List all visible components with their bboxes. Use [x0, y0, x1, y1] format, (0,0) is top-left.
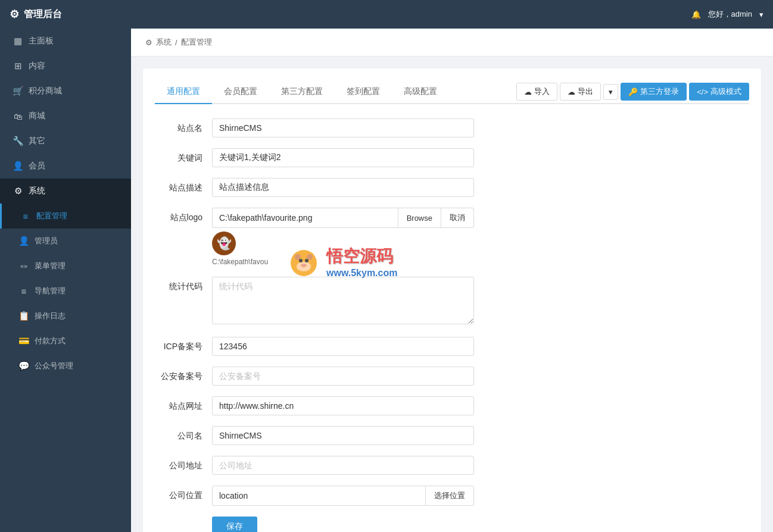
breadcrumb-icon: ⚙: [145, 38, 152, 47]
export-icon: ☁: [568, 87, 575, 96]
points-icon: 🛒: [12, 86, 24, 96]
breadcrumb-sep: /: [175, 38, 177, 47]
sidebar-item-content[interactable]: ⊞ 内容: [0, 54, 131, 79]
company-location-label: 公司位置: [155, 486, 202, 501]
header-right: 🔔 您好，admin ▾: [691, 9, 763, 20]
sidebar-item-member[interactable]: 👤 会员: [0, 154, 131, 179]
sidebar-item-label: 积分商城: [29, 86, 62, 96]
location-input[interactable]: [212, 486, 426, 506]
system-icon: ⚙: [12, 186, 24, 196]
icp-row: ICP备案号: [155, 337, 749, 356]
company-addr-label: 公司地址: [155, 456, 202, 471]
sidebar-item-label: 主面板: [29, 36, 54, 46]
content-area: 通用配置 会员配置 第三方配置 签到配置 高级配置 ☁ 导入 ☁ 导出: [131, 57, 773, 532]
sidebar-item-admin-mgmt[interactable]: 👤 管理员: [0, 229, 131, 254]
stats-label: 统计代码: [155, 277, 202, 292]
description-row: 站点描述: [155, 178, 749, 197]
sidebar: ▦ 主面板 ⊞ 内容 🛒 积分商城 🛍 商城 🔧 其它 👤 会员 ⚙ 系统: [0, 29, 131, 532]
header-left: ⚙ 管理后台: [10, 8, 62, 21]
sidebar-item-other[interactable]: 🔧 其它: [0, 129, 131, 154]
sidebar-item-label: 付款方式: [35, 336, 66, 346]
icp-label: ICP备案号: [155, 337, 202, 352]
sidebar-item-shop[interactable]: 🛍 商城: [0, 104, 131, 129]
stats-row: 统计代码: [155, 277, 749, 326]
bell-icon[interactable]: 🔔: [691, 10, 701, 19]
cancel-button[interactable]: 取消: [441, 208, 474, 228]
logo-file-input[interactable]: [212, 208, 398, 228]
site-name-row: 站点名: [155, 118, 749, 137]
logo-wrap: Browse 取消 👻 C:\fakepath\favou: [212, 208, 474, 266]
sidebar-item-dashboard[interactable]: ▦ 主面板: [0, 29, 131, 54]
company-location-row: 公司位置 选择位置: [155, 486, 749, 506]
save-button[interactable]: 保存: [212, 517, 257, 532]
sidebar-item-label: 公众号管理: [35, 361, 73, 371]
gear-icon: ⚙: [10, 8, 19, 21]
sidebar-item-nav-mgmt[interactable]: ≡ 导航管理: [0, 278, 131, 303]
config-icon: ≡: [20, 211, 32, 221]
advanced-mode-button[interactable]: </> 高级模式: [689, 83, 749, 101]
tabs: 通用配置 会员配置 第三方配置 签到配置 高级配置 ☁ 导入 ☁ 导出: [155, 80, 749, 104]
company-addr-wrap: [212, 456, 474, 475]
tab-advanced[interactable]: 高级配置: [392, 80, 449, 104]
site-url-label: 站点网址: [155, 396, 202, 412]
sidebar-item-points[interactable]: 🛒 积分商城: [0, 79, 131, 104]
sidebar-item-config-mgmt[interactable]: ≡ 配置管理: [0, 204, 131, 229]
app-title: 管理后台: [24, 8, 62, 21]
logo-row: 站点logo Browse 取消 👻 C:\fakepath\favou: [155, 208, 749, 266]
sidebar-item-system[interactable]: ⚙ 系统: [0, 179, 131, 204]
sidebar-item-label: 配置管理: [36, 211, 67, 221]
sidebar-item-label: 系统: [29, 186, 45, 196]
main-content: ⚙ 系统 / 配置管理 通用配置 会员配置 第三方配置 签到配置 高级配置 ☁ …: [131, 29, 773, 532]
keywords-label: 关键词: [155, 148, 202, 164]
site-name-label: 站点名: [155, 118, 202, 134]
select-location-button[interactable]: 选择位置: [426, 486, 474, 506]
description-label: 站点描述: [155, 178, 202, 193]
third-icon: 🔑: [628, 87, 638, 96]
logo-preview: 👻 C:\fakepath\favou: [212, 231, 474, 266]
sidebar-item-wechat-mgmt[interactable]: 💬 公众号管理: [0, 353, 131, 378]
description-input[interactable]: [212, 178, 474, 197]
stats-textarea[interactable]: [212, 277, 474, 324]
third-login-button[interactable]: 🔑 第三方登录: [621, 83, 687, 101]
sidebar-item-label: 菜单管理: [35, 261, 66, 271]
company-addr-input[interactable]: [212, 456, 474, 475]
site-name-input[interactable]: [212, 118, 474, 137]
header: ⚙ 管理后台 🔔 您好，admin ▾: [0, 0, 773, 29]
tab-third[interactable]: 第三方配置: [269, 80, 335, 104]
nav-icon: ≡: [18, 286, 30, 296]
icp-input[interactable]: [212, 337, 474, 356]
sidebar-item-log-mgmt[interactable]: 📋 操作日志: [0, 303, 131, 328]
keywords-input[interactable]: [212, 148, 474, 167]
sidebar-item-label: 商城: [29, 111, 45, 121]
description-wrap: [212, 178, 474, 197]
shop-icon: 🛍: [12, 111, 24, 121]
sidebar-item-label: 其它: [29, 136, 45, 146]
menu-icon: «»: [18, 262, 30, 270]
location-row: 选择位置: [212, 486, 474, 506]
tab-checkin[interactable]: 签到配置: [335, 80, 392, 104]
police-input[interactable]: [212, 367, 474, 386]
tab-member[interactable]: 会员配置: [212, 80, 269, 104]
file-row: Browse 取消: [212, 208, 474, 228]
export-dropdown-button[interactable]: ▾: [603, 84, 618, 100]
icp-wrap: [212, 337, 474, 356]
browse-button[interactable]: Browse: [398, 208, 441, 228]
company-name-label: 公司名: [155, 426, 202, 442]
site-url-input[interactable]: [212, 396, 474, 415]
user-dropdown-icon[interactable]: ▾: [759, 10, 763, 19]
sidebar-item-label: 操作日志: [35, 311, 66, 321]
user-label: 您好，admin: [708, 9, 752, 20]
tab-general[interactable]: 通用配置: [155, 80, 212, 104]
sidebar-item-pay-mgmt[interactable]: 💳 付款方式: [0, 328, 131, 353]
sidebar-item-menu-mgmt[interactable]: «» 菜单管理: [0, 254, 131, 278]
company-name-input[interactable]: [212, 426, 474, 445]
keywords-row: 关键词: [155, 148, 749, 167]
breadcrumb-current: 配置管理: [181, 37, 212, 48]
import-button[interactable]: ☁ 导入: [516, 83, 557, 101]
member-icon: 👤: [12, 161, 24, 171]
dashboard-icon: ▦: [12, 36, 24, 46]
export-button[interactable]: ☁ 导出: [560, 83, 601, 101]
admin-icon: 👤: [18, 236, 30, 246]
breadcrumb-system: 系统: [156, 37, 172, 48]
sidebar-item-label: 内容: [29, 61, 45, 71]
